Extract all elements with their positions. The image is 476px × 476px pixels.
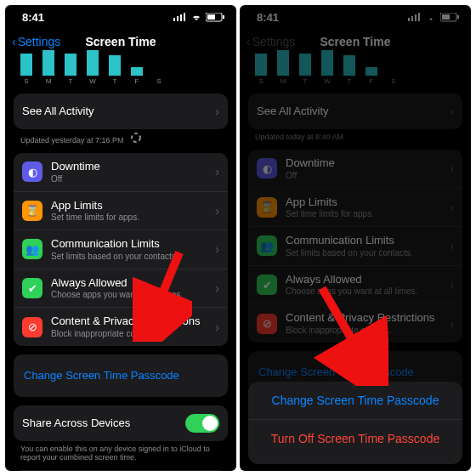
row-subtitle: Set time limits for apps.	[286, 209, 445, 219]
chevron-left-icon: ‹	[12, 35, 16, 48]
share-section: Share Across Devices	[14, 405, 228, 441]
battery-icon	[206, 13, 224, 22]
status-bar: 8:41	[240, 5, 471, 29]
row-title: Communication Limits	[286, 234, 445, 247]
settings-row[interactable]: ⌛App LimitsSet time limits for apps.›	[248, 188, 462, 227]
settings-row[interactable]: 👥Communication LimitsSet limits based on…	[248, 226, 462, 265]
status-time: 8:41	[22, 11, 44, 24]
row-subtitle: Block inappropriate content.	[286, 326, 445, 336]
row-subtitle: Set limits based on your contacts.	[51, 252, 210, 262]
updated-text: Updated yesterday at 7:16 PM	[20, 136, 124, 144]
settings-row[interactable]: ◐DowntimeOff›	[14, 153, 228, 191]
signal-icon	[173, 13, 187, 21]
svg-point-7	[132, 133, 140, 142]
action-sheet-wrap: Change Screen Time Passcode Turn Off Scr…	[240, 419, 471, 464]
chevron-right-icon: ›	[450, 239, 454, 252]
usage-chart: SMTWTFS	[240, 54, 471, 85]
sheet-change-label: Change Screen Time Passcode	[272, 394, 439, 407]
row-subtitle: Off	[286, 171, 445, 181]
row-icon: ✔	[257, 275, 277, 295]
row-icon: ⊘	[22, 317, 42, 337]
svg-rect-6	[223, 15, 224, 19]
share-row[interactable]: Share Across Devices	[14, 405, 228, 441]
sheet-turnoff-passcode[interactable]: Turn Off Screen Time Passcode	[248, 419, 462, 457]
nav-bar: ‹ Settings Screen Time	[5, 29, 236, 54]
status-icons	[408, 13, 459, 22]
row-icon: ⌛	[22, 201, 42, 221]
status-time: 8:41	[257, 11, 279, 24]
svg-rect-14	[457, 15, 459, 19]
share-note: You can enable this on any device signed…	[5, 441, 236, 462]
status-bar: 8:41	[5, 5, 236, 29]
page-title: Screen Time	[85, 35, 156, 48]
settings-row[interactable]: ◐DowntimeOff›	[248, 150, 462, 188]
chevron-right-icon: ›	[215, 105, 219, 118]
chevron-right-icon: ›	[450, 278, 454, 292]
chevron-right-icon: ›	[215, 242, 219, 256]
row-title: App Limits	[286, 196, 445, 209]
chevron-right-icon: ›	[450, 201, 454, 214]
chevron-right-icon: ›	[450, 162, 454, 175]
svg-rect-13	[442, 14, 450, 20]
signal-icon	[408, 13, 422, 21]
turnoff-section: Turn Off Screen Time	[14, 470, 228, 471]
chevron-right-icon: ›	[450, 317, 454, 331]
row-title: Always Allowed	[286, 273, 445, 286]
wifi-icon	[425, 13, 437, 21]
row-subtitle: Set time limits for apps.	[51, 212, 210, 223]
page-title: Screen Time	[320, 35, 390, 48]
row-title: Always Allowed	[51, 276, 210, 290]
status-icons	[173, 13, 224, 22]
settings-row[interactable]: ⌛App LimitsSet time limits for apps.›	[14, 191, 228, 230]
back-button: ‹ Settings	[246, 35, 295, 48]
settings-row[interactable]: ✔Always AllowedChoose apps you want at a…	[14, 269, 228, 308]
svg-rect-11	[418, 13, 420, 21]
see-all-activity-row[interactable]: See All Activity ›	[14, 94, 228, 129]
back-button[interactable]: ‹ Settings	[12, 35, 60, 48]
chevron-right-icon: ›	[215, 320, 219, 334]
svg-rect-0	[173, 18, 175, 21]
share-toggle[interactable]	[185, 414, 219, 433]
usage-chart[interactable]: SMTWTFS	[5, 54, 236, 85]
limits-section: ◐DowntimeOff›⌛App LimitsSet time limits …	[248, 150, 462, 343]
battery-icon	[440, 13, 459, 22]
see-all-label: See All Activity	[257, 105, 445, 118]
chevron-right-icon: ›	[215, 281, 219, 295]
nav-bar: ‹ Settings Screen Time	[240, 29, 471, 54]
back-label: Settings	[18, 35, 61, 48]
row-icon: 👥	[22, 239, 42, 259]
svg-rect-2	[180, 14, 182, 21]
settings-row[interactable]: ✔Always AllowedChoose apps you want at a…	[248, 265, 462, 304]
row-icon: ◐	[22, 162, 42, 182]
see-all-activity-row: See All Activity ›	[248, 94, 462, 129]
row-title: App Limits	[51, 199, 210, 212]
see-all-section: See All Activity ›	[248, 94, 462, 129]
row-icon: ⊘	[257, 314, 277, 334]
chevron-right-icon: ›	[450, 105, 454, 118]
row-icon: 👥	[257, 235, 277, 256]
svg-rect-3	[184, 13, 185, 21]
settings-row[interactable]: ⊘Content & Privacy RestrictionsBlock ina…	[14, 307, 228, 346]
row-title: Communication Limits	[51, 237, 210, 251]
see-all-section: See All Activity ›	[14, 94, 228, 129]
updated-caption: Updated today at 8:40 AM	[240, 129, 471, 141]
back-label: Settings	[252, 35, 296, 48]
change-passcode-label: Change Screen Time Passcode	[258, 366, 414, 378]
change-passcode-button[interactable]: Change Screen Time Passcode	[14, 354, 228, 397]
spinner-icon	[131, 133, 141, 143]
chevron-right-icon: ›	[215, 204, 219, 218]
sheet-change-passcode[interactable]: Change Screen Time Passcode	[248, 382, 462, 419]
row-title: Content & Privacy Restrictions	[286, 311, 445, 325]
svg-rect-10	[415, 14, 416, 21]
updated-caption: Updated yesterday at 7:16 PM	[5, 129, 236, 144]
limits-section: ◐DowntimeOff›⌛App LimitsSet time limits …	[14, 153, 228, 346]
action-sheet: Change Screen Time Passcode Turn Off Scr…	[248, 382, 462, 457]
settings-row[interactable]: ⊘Content & Privacy RestrictionsBlock ina…	[248, 303, 462, 343]
phone-left: 8:41 ‹ Settings Screen Time SMTWTFS See …	[5, 5, 236, 471]
row-title: Downtime	[286, 156, 445, 170]
row-subtitle: Choose apps you want at all times.	[51, 290, 210, 300]
row-subtitle: Block inappropriate content.	[51, 329, 210, 339]
turn-off-button[interactable]: Turn Off Screen Time	[14, 470, 228, 471]
row-title: Downtime	[51, 160, 210, 173]
settings-row[interactable]: 👥Communication LimitsSet limits based on…	[14, 230, 228, 269]
